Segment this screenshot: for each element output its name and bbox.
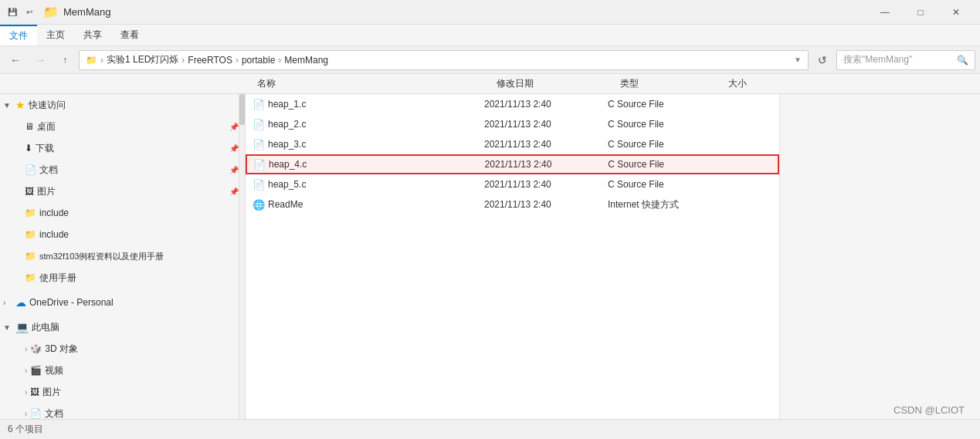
docs-pc-icon: 📄: [30, 408, 42, 419]
file-type: C Source File: [608, 159, 716, 170]
table-row[interactable]: 📄heap_4.c2021/11/13 2:40C Source File: [246, 154, 779, 174]
sidebar-section-thispc[interactable]: ▼ 💻 此电脑: [0, 316, 239, 338]
table-row[interactable]: 🌐ReadMe2021/11/13 2:40Internet 快捷方式: [246, 194, 779, 214]
status-bar: 6 个项目: [0, 419, 980, 439]
sidebar-item-pictures-pc[interactable]: › 🖼 图片: [0, 381, 239, 403]
quickaccess-expand-icon: ▼: [3, 101, 12, 110]
file-icon: 🌐: [253, 199, 268, 211]
videos-expand-icon: ›: [25, 366, 27, 375]
search-box[interactable]: 搜索"MemMang" 🔍: [836, 50, 975, 70]
pictures-pc-label: 图片: [42, 386, 61, 399]
file-icon: 📄: [253, 179, 268, 191]
file-type: C Source File: [608, 139, 716, 150]
col-header-type[interactable]: 类型: [614, 77, 722, 90]
docs-pc-label: 文档: [45, 407, 63, 420]
menu-tab-file[interactable]: 文件: [0, 25, 37, 46]
table-row[interactable]: 📄heap_5.c2021/11/13 2:40C Source File: [246, 174, 779, 194]
pin-icon-pics: 📌: [229, 187, 239, 196]
address-bar[interactable]: 📁 › 实验1 LED灯闪烁 › FreeRTOS › portable › M…: [79, 50, 809, 70]
3d-label: 3D 对象: [45, 343, 78, 356]
minimize-button[interactable]: —: [867, 0, 903, 25]
forward-button[interactable]: →: [29, 49, 51, 71]
sidebar-item-downloads[interactable]: ⬇ 下载 📌: [0, 137, 239, 159]
thispc-label: 此电脑: [32, 321, 59, 334]
menu-tab-share[interactable]: 共享: [74, 25, 111, 46]
file-date: 2021/11/13 2:40: [484, 119, 608, 130]
back-button[interactable]: ←: [5, 49, 26, 71]
pictures-pc-icon: 🖼: [30, 387, 39, 397]
star-icon: ★: [15, 99, 25, 111]
manual-label: 使用手册: [39, 272, 76, 285]
file-name: ReadMe: [268, 199, 484, 210]
maximize-button[interactable]: □: [903, 0, 938, 25]
refresh-button[interactable]: ↺: [812, 49, 833, 71]
file-name: heap_4.c: [269, 159, 485, 170]
folder-include1-icon: 📁: [25, 208, 36, 218]
sidebar-scrollbar[interactable]: [239, 94, 246, 439]
sidebar: ▼ ★ 快速访问 🖥 桌面 📌 ⬇ 下载 📌 📄 文档 📌 🖼 图片 📌 📁 i…: [0, 94, 239, 439]
file-type: C Source File: [608, 179, 716, 190]
onedrive-icon: ☁: [15, 296, 26, 309]
sidebar-item-desktop[interactable]: 🖥 桌面 📌: [0, 116, 239, 137]
pin-icon-downloads: 📌: [229, 144, 239, 153]
watermark: CSDN @LCIOT: [894, 404, 965, 416]
path-exp1: 实验1 LED灯闪烁: [107, 53, 178, 66]
file-icon: 📄: [253, 159, 269, 171]
folder-manual-icon: 📁: [25, 272, 36, 283]
3d-expand-icon: ›: [25, 345, 27, 353]
include1-label: include: [39, 208, 69, 218]
menu-tab-home[interactable]: 主页: [37, 25, 74, 46]
close-button[interactable]: ✕: [938, 0, 974, 25]
onedrive-expand-icon: ›: [3, 299, 12, 307]
table-row[interactable]: 📄heap_3.c2021/11/13 2:40C Source File: [246, 134, 779, 154]
table-row[interactable]: 📄heap_2.c2021/11/13 2:40C Source File: [246, 114, 779, 134]
main-layout: ▼ ★ 快速访问 🖥 桌面 📌 ⬇ 下载 📌 📄 文档 📌 🖼 图片 📌 📁 i…: [0, 94, 980, 439]
col-header-size[interactable]: 大小: [722, 77, 784, 90]
folder-include2-icon: 📁: [25, 229, 36, 240]
pictures-pc-expand-icon: ›: [25, 388, 27, 397]
col-header-name[interactable]: 名称: [251, 77, 490, 90]
file-date: 2021/11/13 2:40: [484, 179, 608, 190]
file-icon: 📄: [253, 99, 268, 110]
dropdown-icon[interactable]: ▼: [794, 56, 802, 64]
videos-label: 视频: [45, 364, 63, 377]
quickaccess-label: 快速访问: [29, 99, 66, 112]
download-icon: ⬇: [25, 143, 32, 154]
sidebar-item-3d[interactable]: › 🎲 3D 对象: [0, 338, 239, 360]
file-name: heap_3.c: [268, 139, 484, 150]
nav-bar: ← → ↑ 📁 › 实验1 LED灯闪烁 › FreeRTOS › portab…: [0, 46, 980, 74]
thispc-expand-icon: ▼: [3, 323, 12, 332]
search-placeholder: 搜索"MemMang": [843, 53, 912, 66]
file-type: C Source File: [608, 99, 716, 110]
docs-pc-expand-icon: ›: [25, 410, 27, 418]
search-icon: 🔍: [957, 55, 968, 66]
up-button[interactable]: ↑: [54, 49, 76, 71]
table-row[interactable]: 📄heap_1.c2021/11/13 2:40C Source File: [246, 94, 779, 114]
title-text: MemMang: [63, 6, 110, 18]
status-text: 6 个项目: [8, 423, 43, 436]
title-bar-icons: 💾 ↩: [6, 6, 36, 19]
preview-pane: 选择要预览的文件。: [779, 94, 980, 439]
sidebar-item-videos[interactable]: › 🎬 视频: [0, 360, 239, 381]
menu-tab-view[interactable]: 查看: [111, 25, 148, 46]
title-folder-icon: 📁: [43, 5, 59, 19]
file-date: 2021/11/13 2:40: [484, 199, 608, 210]
pin-icon-docs: 📌: [229, 166, 239, 174]
col-header-date[interactable]: 修改日期: [490, 77, 614, 90]
file-icon: 📄: [253, 139, 268, 150]
sidebar-item-stm32[interactable]: 📁 stm32f103例程资料以及使用手册: [0, 245, 239, 267]
pin-icon-desktop: 📌: [229, 123, 239, 131]
sidebar-item-include2[interactable]: 📁 include: [0, 224, 239, 245]
3d-icon: 🎲: [30, 343, 42, 354]
sidebar-item-manual[interactable]: 📁 使用手册: [0, 267, 239, 289]
sidebar-section-onedrive[interactable]: › ☁ OneDrive - Personal: [0, 292, 239, 313]
folder-stm32-icon: 📁: [25, 251, 36, 262]
file-name: heap_1.c: [268, 99, 484, 110]
onedrive-label: OneDrive - Personal: [29, 297, 114, 308]
sidebar-item-pictures[interactable]: 🖼 图片 📌: [0, 181, 239, 202]
videos-icon: 🎬: [30, 365, 42, 376]
sidebar-item-include1[interactable]: 📁 include: [0, 202, 239, 224]
file-name: heap_5.c: [268, 179, 484, 190]
sidebar-section-quickaccess[interactable]: ▼ ★ 快速访问: [0, 94, 239, 116]
sidebar-item-documents[interactable]: 📄 文档 📌: [0, 159, 239, 181]
